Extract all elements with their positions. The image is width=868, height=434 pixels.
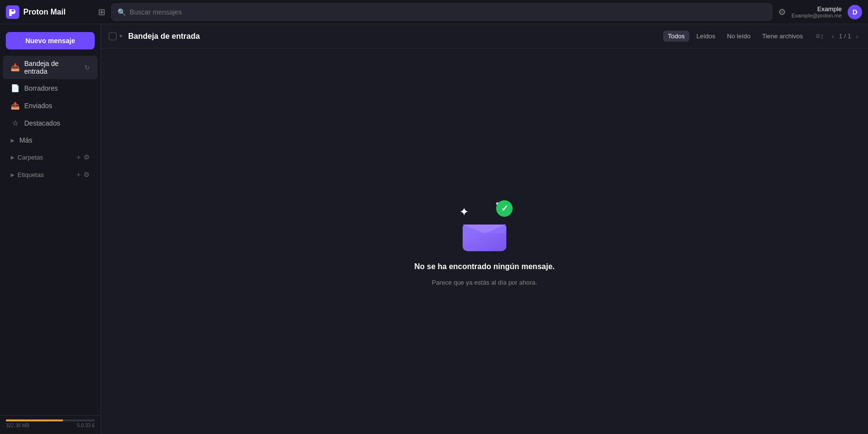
select-all-checkbox[interactable] [109,32,117,40]
star-icon: ☆ [11,119,19,128]
sidebar-item-inbox-label: Bandeja de entrada [24,60,80,75]
sidebar-item-drafts[interactable]: 📄 Borradores [3,80,98,96]
folders-label: Carpetas [17,154,77,161]
pagination: ‹ 1 / 1 › [830,32,860,41]
logo-area: Proton Mail ⊞ [6,5,105,19]
label-settings-icon[interactable]: ⚙ [83,171,90,178]
storage-text: 322.38 MB 5.0.33.6 [6,423,95,428]
user-email: Example@proton.me [792,13,842,18]
empty-state-subtitle: Parece que ya estás al día por ahora. [432,279,537,286]
filter-attachments-button[interactable]: Tiene archivos [757,31,808,42]
add-folder-icon[interactable]: + [77,153,81,161]
search-icon: 🔍 [117,8,126,16]
main-layout: Nuevo mensaje 📥 Bandeja de entrada ↻ 📄 B… [0,24,868,434]
app-name: Proton Mail [23,8,66,16]
sidebar-item-more[interactable]: ▶ Más [3,132,98,148]
sidebar-item-sent-label: Enviados [24,102,90,110]
storage-bar-fill [6,419,63,421]
sidebar-item-drafts-label: Borradores [24,84,90,92]
content-header: ▾ Bandeja de entrada Todos Leídos No leí… [101,24,868,48]
filter-unread-button[interactable]: No leído [722,31,755,42]
sidebar-footer: 322.38 MB 5.0.33.6 [0,415,100,434]
empty-illustration: ✦ [455,196,514,255]
draft-icon: 📄 [11,84,19,93]
chevron-right-icon: ▶ [11,138,15,143]
user-name: Example [792,5,842,13]
refresh-icon[interactable]: ↻ [84,64,90,71]
sidebar-item-sent[interactable]: 📤 Enviados [3,97,98,114]
filter-read-button[interactable]: Leídos [691,31,720,42]
page-indicator: 1 / 1 [839,32,851,40]
topbar: Proton Mail ⊞ 🔍 ⚙ Example Example@proton… [0,0,868,24]
labels-label: Etiquetas [17,171,77,178]
user-info[interactable]: Example Example@proton.me [792,5,842,18]
send-icon: 📤 [11,101,19,110]
inbox-title: Bandeja de entrada [128,32,657,41]
sidebar-item-starred[interactable]: ☆ Destacados [3,115,98,131]
user-avatar[interactable]: D [848,5,862,19]
folder-settings-icon[interactable]: ⚙ [83,153,90,161]
proton-logo-icon [6,5,19,19]
sidebar-spacer [0,183,100,415]
select-chevron-icon[interactable]: ▾ [119,33,122,39]
empty-state: ✦ [101,48,868,434]
chevron-labels-icon: ▶ [11,172,15,177]
page-prev-button[interactable]: ‹ [830,32,836,41]
settings-icon[interactable]: ⚙ [778,7,786,17]
inbox-icon: 📥 [11,63,19,72]
storage-bar-container: 322.38 MB 5.0.33.6 [6,419,95,428]
sort-icon[interactable]: ≡↕ [816,32,824,41]
sidebar: Nuevo mensaje 📥 Bandeja de entrada ↻ 📄 B… [0,24,101,434]
content-area: ▾ Bandeja de entrada Todos Leídos No leí… [101,24,868,434]
app-version: 5.0.33.6 [77,423,95,428]
search-bar[interactable]: 🔍 [111,3,772,21]
topbar-right: ⚙ Example Example@proton.me D [778,5,863,19]
sidebar-item-more-label: Más [19,136,90,144]
filter-all-button[interactable]: Todos [663,31,690,42]
labels-actions: + ⚙ [77,171,90,178]
sidebar-item-inbox[interactable]: 📥 Bandeja de entrada ↻ [3,56,98,79]
filter-buttons: Todos Leídos No leído Tiene archivos [663,31,808,42]
storage-bar-background [6,419,95,421]
sidebar-item-starred-label: Destacados [24,119,90,127]
chevron-folders-icon: ▶ [11,155,15,160]
folders-actions: + ⚙ [77,153,90,161]
search-input[interactable] [130,8,766,16]
add-label-icon[interactable]: + [77,171,81,178]
grid-icon[interactable]: ⊞ [98,7,105,17]
check-badge-icon: ✓ [496,200,513,217]
sidebar-section-folders[interactable]: ▶ Carpetas + ⚙ [3,149,98,165]
empty-state-title: No se ha encontrado ningún mensaje. [415,262,555,271]
compose-button[interactable]: Nuevo mensaje [6,32,95,49]
checkbox-area: ▾ [109,32,122,40]
sidebar-section-labels[interactable]: ▶ Etiquetas + ⚙ [3,167,98,182]
page-next-button[interactable]: › [854,32,860,41]
storage-used: 322.38 MB [6,423,29,428]
